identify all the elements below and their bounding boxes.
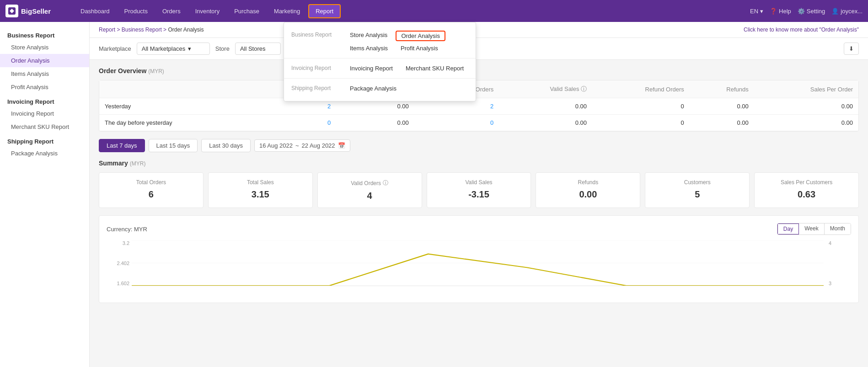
nav-items: Dashboard Products Orders Inventory Purc… <box>74 4 750 18</box>
sidebar-item-merchant-sku[interactable]: Merchant SKU Report <box>0 120 89 133</box>
breadcrumb-business-report[interactable]: Business Report <box>122 27 162 33</box>
nav-report[interactable]: Report <box>308 4 341 18</box>
card-value-sales-per-customers: 0.63 <box>760 189 853 200</box>
nav-right: EN ▾ ❓ Help ⚙️ Setting 👤 joycex... <box>750 8 863 15</box>
card-value-refunds: 0.00 <box>541 189 634 200</box>
sidebar-item-invoicing-report[interactable]: Invoicing Report <box>0 107 89 120</box>
row-yesterday-refunds: 0.00 <box>690 98 754 115</box>
top-nav: BigSeller Dashboard Products Orders Inve… <box>0 0 868 22</box>
date-range-picker[interactable]: 16 Aug 2022 ~ 22 Aug 2022 📅 <box>254 139 350 152</box>
card-value-valid-sales: -3.15 <box>433 189 525 200</box>
chart-period-day[interactable]: Day <box>777 223 799 234</box>
card-label-total-orders: Total Orders <box>105 179 198 186</box>
sidebar-item-items-analysis[interactable]: Items Analysis <box>0 67 89 80</box>
row-daybeforeyesterday-refund-orders: 0 <box>592 115 690 131</box>
sidebar-item-profit-analysis[interactable]: Profit Analysis <box>0 80 89 94</box>
main-content: Report > Business Report > Order Analysi… <box>90 22 868 367</box>
dropdown-merchant-sku[interactable]: Merchant SKU Report <box>401 64 468 73</box>
overview-title: Order Overview (MYR) <box>99 67 859 74</box>
summary-cards: Total Orders 6 Total Sales 3.15 Valid Or… <box>99 172 859 208</box>
date-btn-7days[interactable]: Last 7 days <box>99 139 145 152</box>
row-yesterday-label: Yesterday <box>99 98 252 115</box>
dropdown-items-business-2: Items Analysis Profit Analysis <box>345 44 443 53</box>
more-info-link[interactable]: Click here to know more about "Order Ana… <box>744 27 859 33</box>
chart-currency-label: Currency: MYR <box>107 226 147 233</box>
card-label-total-sales: Total Sales <box>214 179 307 186</box>
card-value-customers: 5 <box>651 189 744 200</box>
dropdown-store-analysis[interactable]: Store Analysis <box>345 31 392 41</box>
chart-period-month[interactable]: Month <box>825 223 851 234</box>
nav-setting[interactable]: ⚙️ Setting <box>798 8 825 15</box>
nav-orders[interactable]: Orders <box>156 5 187 17</box>
nav-lang[interactable]: EN ▾ <box>750 8 763 15</box>
sidebar-item-package-analysis[interactable]: Package Analysis <box>0 147 89 160</box>
card-label-refunds: Refunds <box>541 179 634 186</box>
row-daybeforeyesterday-sales-per-order: 0.00 <box>754 115 858 131</box>
info-icon: ⓘ <box>383 179 388 187</box>
sidebar-item-store-analysis[interactable]: Store Analysis <box>0 41 89 54</box>
breadcrumb-current: Order Analysis <box>168 27 204 33</box>
download-button[interactable]: ⬇ <box>844 43 859 55</box>
dropdown-items-analysis[interactable]: Items Analysis <box>345 44 392 53</box>
logo[interactable]: BigSeller <box>5 5 65 17</box>
nav-marketing[interactable]: Marketing <box>268 5 306 17</box>
nav-help[interactable]: ❓ Help <box>770 8 791 15</box>
sidebar-item-order-analysis[interactable]: Order Analysis <box>0 54 89 67</box>
col-header-refunds: Refunds <box>690 80 754 98</box>
row-daybeforeyesterday-valid-sales: 0.00 <box>499 115 592 131</box>
col-header-sales-per-order: Sales Per Order <box>754 80 858 98</box>
date-btn-15days[interactable]: Last 15 days <box>149 139 198 152</box>
card-valid-sales: Valid Sales -3.15 <box>427 172 531 208</box>
chart-period-week[interactable]: Week <box>799 223 824 234</box>
card-customers: Customers 5 <box>645 172 750 208</box>
card-value-total-orders: 6 <box>105 189 198 200</box>
date-to: 22 Aug 2022 <box>302 142 335 149</box>
marketplace-select[interactable]: All Marketplaces ▾ <box>137 43 210 55</box>
dropdown-divider-2 <box>284 78 476 79</box>
date-from: 16 Aug 2022 <box>259 142 293 149</box>
row-yesterday-refund-orders: 0 <box>592 98 690 115</box>
content-area: Order Overview (MYR) Total Orders Total … <box>90 60 868 310</box>
logo-icon <box>5 5 18 17</box>
breadcrumb-report[interactable]: Report <box>99 27 115 33</box>
nav-products[interactable]: Products <box>118 5 154 17</box>
chart-period-buttons: Day Week Month <box>777 223 851 235</box>
table-row: The day before yesterday 0 0.00 0 0.00 0… <box>99 115 858 131</box>
dropdown-items-business: Store Analysis Order Analysis <box>345 31 445 41</box>
dropdown-order-analysis[interactable]: Order Analysis <box>396 31 445 41</box>
dropdown-section-shipping: Shipping Report Package Analysis <box>284 81 476 96</box>
download-icon: ⬇ <box>849 45 854 52</box>
filter-bar: Marketplace All Marketplaces ▾ Store All… <box>90 38 868 60</box>
marketplace-label: Marketplace <box>99 45 131 52</box>
dropdown-invoicing-report[interactable]: Invoicing Report <box>345 64 397 73</box>
dropdown-profit-analysis[interactable]: Profit Analysis <box>396 44 443 53</box>
chart-y-right-top: 4 <box>826 240 851 246</box>
dropdown-items-invoicing: Invoicing Report Merchant SKU Report <box>345 64 468 73</box>
summary-title: Summary (MYR) <box>99 160 859 167</box>
chevron-down-icon: ▾ <box>188 45 191 52</box>
card-value-total-sales: 3.15 <box>214 189 307 200</box>
chart-y-axis-right: 4 3 <box>826 240 851 286</box>
sidebar-title-invoicing: Invoicing Report <box>0 94 89 107</box>
sidebar-title-business: Business Report <box>0 27 89 41</box>
chart-header: Currency: MYR Day Week Month <box>107 223 851 235</box>
dropdown-package-analysis[interactable]: Package Analysis <box>345 84 401 93</box>
card-label-customers: Customers <box>651 179 744 186</box>
sidebar-title-shipping: Shipping Report <box>0 133 89 147</box>
col-header-period <box>99 80 252 98</box>
card-label-valid-orders: Valid Orders ⓘ <box>323 179 416 187</box>
breadcrumb: Report > Business Report > Order Analysi… <box>99 27 204 33</box>
card-value-valid-orders: 4 <box>323 191 416 201</box>
nav-dashboard[interactable]: Dashboard <box>74 5 116 17</box>
chart-y-axis-left: 3.2 2.402 1.602 <box>107 240 129 286</box>
logo-text: BigSeller <box>21 7 51 15</box>
card-sales-per-customers: Sales Per Customers 0.63 <box>754 172 859 208</box>
dropdown-items-shipping: Package Analysis <box>345 84 401 93</box>
nav-inventory[interactable]: Inventory <box>189 5 226 17</box>
col-header-valid-sales: Valid Sales ⓘ <box>499 80 592 98</box>
nav-purchase[interactable]: Purchase <box>228 5 266 17</box>
card-refunds: Refunds 0.00 <box>536 172 640 208</box>
store-select[interactable]: All Stores <box>235 43 281 55</box>
date-btn-30days[interactable]: Last 30 days <box>201 139 251 152</box>
nav-user[interactable]: 👤 joycex... <box>831 8 863 15</box>
